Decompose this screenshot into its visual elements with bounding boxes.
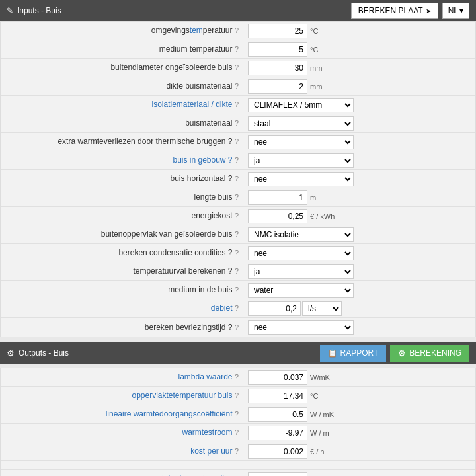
label-isolatiemateriaal: isolatiemateriaal / dikte ? [1, 99, 245, 110]
value-buis-horizontaal: nee ja [245, 172, 475, 186]
inputs-title-group: Inputs - Buis [7, 6, 61, 15]
select-extra-warmteverliezen[interactable]: nee ja [248, 135, 354, 149]
help-lengte-buis[interactable]: ? [235, 193, 239, 201]
unit-dikte-buismateriaal: mm [310, 83, 330, 91]
value-buitendiameter: mm [245, 61, 475, 75]
input-lengte-buis[interactable] [248, 190, 307, 205]
select-buis-horizontaal[interactable]: nee ja [248, 172, 354, 186]
label-buis-in-gebouw: buis in gebouw ? ? [1, 155, 245, 166]
row-lineaire-warmte: lineaire warmtedoorgangscoëfficiënt ? 0.… [1, 405, 475, 424]
value-omgevingstemperatuur: °C [245, 24, 475, 38]
help-warmtestroom[interactable]: ? [235, 428, 239, 436]
value-dikte-buismateriaal: mm [245, 79, 475, 94]
label-totaal-warmteverlies: totaal warmteverlies ? [1, 473, 245, 476]
value-medium-temperatuur: °C [245, 42, 475, 57]
select-bereken-condensatie[interactable]: nee ja [248, 246, 354, 260]
help-buitenoppervlak[interactable]: ? [235, 230, 239, 238]
select-buis-in-gebouw[interactable]: nee ja [248, 153, 354, 168]
unit-lengte-buis: m [310, 194, 330, 202]
value-extra-warmteverliezen: nee ja [245, 135, 475, 149]
select-medium-in-buis[interactable]: water lucht [248, 283, 354, 298]
gear-icon-berekening [398, 348, 406, 358]
unit-medium-temperatuur: °C [310, 46, 330, 54]
row-lengte-buis: lengte buis ? m [1, 188, 475, 207]
arrow-right-icon [426, 6, 431, 15]
output-kost-per-uur: 0.002 [248, 444, 307, 459]
label-medium-in-buis: medium in de buis ? [1, 284, 245, 296]
row-kost-per-uur: kost per uur ? 0.002 € / h [1, 442, 475, 461]
help-kost-per-uur[interactable]: ? [235, 447, 239, 455]
input-energiekost[interactable] [248, 209, 307, 223]
help-buismateriaal[interactable]: ? [235, 119, 239, 127]
value-isolatiemateriaal: CLIMAFLEX / 5mm CLIMAFLEX / 9mm CLIMAFLE… [245, 98, 475, 112]
value-lambda-waarde: 0.037 W/mK [245, 370, 475, 385]
input-debiet[interactable] [248, 301, 301, 316]
value-bereken-bevriezingstijd: nee ja [245, 320, 475, 335]
help-dikte-buismateriaal[interactable]: ? [235, 82, 239, 90]
output-lambda-waarde: 0.037 [248, 370, 307, 385]
value-totaal-warmteverlies: -9.97 W [245, 472, 475, 477]
label-medium-temperatuur: medium temperatuur ? [1, 44, 245, 55]
select-buismateriaal[interactable]: staal koper PVC [248, 116, 354, 131]
help-bereken-condensatie[interactable]: ? [235, 249, 239, 257]
help-lineaire-warmte[interactable]: ? [235, 410, 239, 418]
help-buis-in-gebouw[interactable]: ? [235, 156, 239, 164]
select-buitenoppervlak[interactable]: NMC isolatie aluminium [248, 227, 354, 242]
row-bereken-bevriezingstijd: bereken bevriezingstijd ? ? nee ja [1, 318, 475, 337]
row-totaal-warmteverlies: totaal warmteverlies ? -9.97 W [1, 470, 475, 476]
label-lengte-buis: lengte buis ? [1, 192, 245, 203]
help-medium-temperatuur[interactable]: ? [235, 45, 239, 53]
help-debiet[interactable]: ? [235, 304, 239, 312]
help-extra-warmteverliezen[interactable]: ? [235, 138, 239, 145]
input-buitendiameter[interactable] [248, 61, 307, 75]
outputs-panel: Outputs - Buis RAPPORT BEREKENING lambda… [0, 342, 476, 476]
unit-lineaire-warmte: W / mK [310, 411, 334, 418]
input-dikte-buismateriaal[interactable] [248, 79, 307, 94]
language-button[interactable]: NL [442, 3, 469, 19]
help-isolatiemateriaal[interactable]: ? [235, 100, 239, 108]
value-temperatuurval-berekenen: nee ja [245, 264, 475, 279]
label-warmtestroom: warmtestroom ? [1, 427, 245, 438]
outputs-header: Outputs - Buis RAPPORT BEREKENING [0, 342, 476, 364]
rapport-button[interactable]: RAPPORT [320, 345, 387, 362]
select-isolatiemateriaal[interactable]: CLIMAFLEX / 5mm CLIMAFLEX / 9mm CLIMAFLE… [248, 98, 354, 112]
select-bereken-bevriezingstijd[interactable]: nee ja [248, 320, 354, 335]
row-extra-warmteverliezen: extra warmteverliezen door thermische br… [1, 133, 475, 151]
label-energiekost: energiekost ? [1, 210, 245, 221]
input-omgevingstemperatuur[interactable] [248, 24, 307, 38]
help-bereken-bevriezingstijd[interactable]: ? [235, 323, 239, 331]
label-bereken-condensatie: bereken condensatie condities ? ? [1, 247, 245, 258]
help-medium-in-buis[interactable]: ? [235, 286, 239, 294]
section-gap [0, 337, 476, 342]
row-warmtestroom: warmtestroom ? -9.97 W / m [1, 424, 475, 442]
help-oppervlaktetemperatuur[interactable]: ? [235, 391, 239, 399]
help-energiekost[interactable]: ? [235, 212, 239, 219]
label-bereken-bevriezingstijd: bereken bevriezingstijd ? ? [1, 322, 245, 333]
outputs-title-group: Outputs - Buis [7, 348, 69, 358]
outputs-header-buttons: RAPPORT BEREKENING [320, 345, 469, 362]
value-buis-in-gebouw: nee ja [245, 153, 475, 168]
value-buismateriaal: staal koper PVC [245, 116, 475, 131]
row-dikte-buismateriaal: dikte buismateriaal ? mm [1, 77, 475, 96]
help-temperatuurval-berekenen[interactable]: ? [235, 267, 239, 275]
label-temperatuurval-berekenen: temperatuurval berekenen ? ? [1, 266, 245, 277]
help-lambda-waarde[interactable]: ? [235, 373, 239, 381]
row-buis-horizontaal: buis horizontaal ? ? nee ja [1, 170, 475, 188]
file-icon [328, 348, 337, 358]
unit-energiekost: € / kWh [310, 212, 335, 220]
row-bereken-condensatie: bereken condensatie condities ? ? nee ja [1, 244, 475, 262]
berekening-button[interactable]: BEREKENING [390, 345, 469, 362]
help-buis-horizontaal[interactable]: ? [235, 175, 239, 182]
select-temperatuurval-berekenen[interactable]: nee ja [248, 264, 354, 279]
bereken-plaat-button[interactable]: BEREKEN PLAAT [351, 3, 438, 19]
gear-icon [7, 348, 15, 358]
help-omgevingstemperatuur[interactable]: ? [235, 26, 239, 34]
input-medium-temperatuur[interactable] [248, 42, 307, 57]
row-medium-in-buis: medium in de buis ? water lucht [1, 281, 475, 299]
row-buitenoppervlak: buitenoppervlak van geïsoleerde buis ? N… [1, 225, 475, 244]
row-energiekost: energiekost ? € / kWh [1, 207, 475, 225]
output-oppervlaktetemperatuur: 17.34 [248, 389, 307, 403]
outputs-form: lambda waarde ? 0.037 W/mK oppervlaktete… [0, 368, 476, 476]
select-debiet-unit[interactable]: l/s m³/h [302, 301, 342, 316]
help-buitendiameter[interactable]: ? [235, 63, 239, 71]
